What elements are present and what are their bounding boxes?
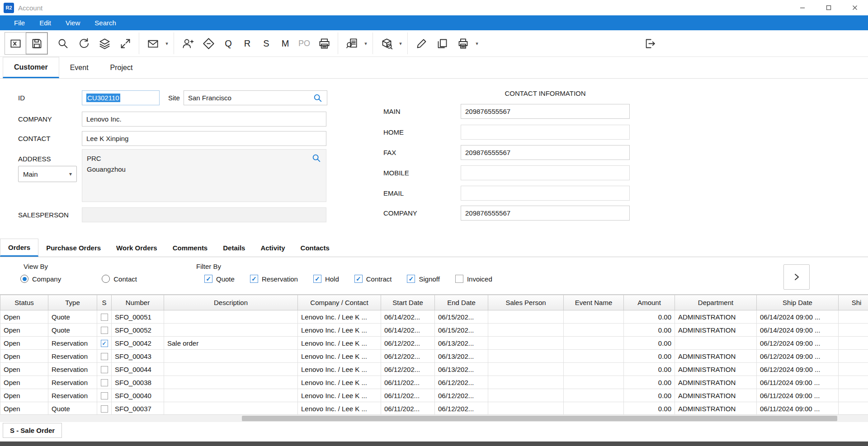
- tab-customer[interactable]: Customer: [3, 57, 59, 78]
- row-select-checkbox[interactable]: [101, 314, 108, 321]
- col-end-date[interactable]: End Date: [435, 295, 488, 310]
- edit-button[interactable]: [411, 33, 432, 54]
- col-sales-person[interactable]: Sales Person: [488, 295, 564, 310]
- address-type-select[interactable]: Main ▾: [18, 166, 77, 182]
- col-number[interactable]: Number: [112, 295, 164, 310]
- col-s[interactable]: S: [97, 295, 112, 310]
- table-row[interactable]: OpenReservationSFO_00043Lenovo Inc. / Le…: [0, 350, 868, 363]
- print-button[interactable]: [453, 33, 473, 54]
- copy-button[interactable]: [432, 33, 453, 54]
- filter-signoff-checkbox[interactable]: ✓Signoff: [407, 275, 439, 283]
- subtab-work-orders[interactable]: Work Orders: [108, 239, 165, 257]
- mobile-field[interactable]: [461, 165, 630, 180]
- maintenance-button[interactable]: M: [276, 33, 295, 54]
- quote-button[interactable]: Q: [219, 33, 238, 54]
- save-button[interactable]: [26, 33, 47, 54]
- site-search-icon[interactable]: [313, 93, 323, 103]
- main-phone-field[interactable]: 209876555567: [461, 104, 630, 119]
- cell-end-date: 06/12/202...: [435, 376, 488, 389]
- inventory-search-dropdown-caret[interactable]: ▾: [397, 33, 404, 54]
- search-button[interactable]: [52, 33, 73, 54]
- filter-reservation-checkbox[interactable]: ✓Reservation: [250, 275, 298, 283]
- layers-button[interactable]: [94, 33, 115, 54]
- salesperson-field[interactable]: [82, 207, 326, 222]
- add-contact-button[interactable]: [177, 33, 198, 54]
- contact-field[interactable]: Lee K Xinping: [82, 131, 326, 146]
- email-button[interactable]: [142, 33, 163, 54]
- row-select-checkbox[interactable]: [101, 405, 108, 413]
- fax-field[interactable]: 209876555567: [461, 145, 630, 160]
- col-type[interactable]: Type: [48, 295, 97, 310]
- col-ship-extra[interactable]: Shi: [839, 295, 868, 310]
- table-row[interactable]: OpenReservationSFO_00040Lenovo Inc. / Le…: [0, 389, 868, 402]
- col-status[interactable]: Status: [0, 295, 48, 310]
- company-phone-field[interactable]: 209876555567: [461, 206, 630, 221]
- cell-ship-date: 06/11/2024 09:00 ...: [757, 402, 839, 415]
- app-logo: R2: [4, 3, 14, 13]
- scrollbar-thumb[interactable]: [242, 416, 837, 421]
- col-ship-date[interactable]: Ship Date: [757, 295, 839, 310]
- print-dropdown-caret[interactable]: ▾: [473, 33, 481, 54]
- row-select-checkbox[interactable]: [101, 379, 108, 386]
- horizontal-scrollbar[interactable]: [0, 414, 868, 422]
- filter-invoiced-checkbox[interactable]: Invoiced: [455, 275, 492, 283]
- view-by-contact-radio[interactable]: Contact: [102, 275, 137, 283]
- close-button[interactable]: [842, 0, 868, 15]
- col-event-name[interactable]: Event Name: [564, 295, 624, 310]
- email-dropdown-caret[interactable]: ▾: [163, 33, 170, 54]
- minimize-button[interactable]: [789, 0, 816, 15]
- menu-edit[interactable]: Edit: [32, 15, 58, 30]
- sale-order-button[interactable]: S: [257, 33, 276, 54]
- table-row[interactable]: OpenReservationSFO_00038Lenovo Inc. / Le…: [0, 376, 868, 389]
- table-row[interactable]: OpenQuoteSFO_00037Lenovo Inc. / Lee K ..…: [0, 402, 868, 415]
- refresh-button[interactable]: [73, 33, 94, 54]
- menu-file[interactable]: File: [7, 15, 32, 30]
- company-field[interactable]: Lenovo Inc.: [82, 112, 326, 127]
- table-row[interactable]: OpenReservationSFO_00044Lenovo Inc. / Le…: [0, 363, 868, 376]
- home-phone-field[interactable]: [461, 125, 630, 140]
- menu-search[interactable]: Search: [87, 15, 123, 30]
- address-search-icon[interactable]: [311, 153, 321, 163]
- site-field[interactable]: San Francisco: [184, 90, 327, 105]
- col-company-contact[interactable]: Company / Contact: [298, 295, 381, 310]
- next-button[interactable]: [783, 264, 810, 290]
- row-select-checkbox[interactable]: [101, 366, 108, 373]
- filter-contract-checkbox[interactable]: ✓Contract: [354, 275, 392, 283]
- email-field[interactable]: [461, 186, 630, 201]
- view-by-company-radio[interactable]: Company: [20, 275, 61, 283]
- filter-quote-checkbox[interactable]: ✓Quote: [204, 275, 235, 283]
- tag-button[interactable]: [198, 33, 219, 54]
- subtab-contacts[interactable]: Contacts: [293, 239, 337, 257]
- col-department[interactable]: Department: [675, 295, 757, 310]
- maximize-button[interactable]: [816, 0, 842, 15]
- tab-event[interactable]: Event: [59, 57, 99, 78]
- tab-project[interactable]: Project: [99, 57, 144, 78]
- fax-button[interactable]: [314, 33, 335, 54]
- table-row[interactable]: OpenReservation✓SFO_00042Sale orderLenov…: [0, 337, 868, 350]
- table-row[interactable]: OpenQuoteSFO_00051Lenovo Inc. / Lee K ..…: [0, 310, 868, 324]
- subtab-activity[interactable]: Activity: [253, 239, 292, 257]
- id-field[interactable]: CU302110: [82, 90, 160, 105]
- row-select-checkbox[interactable]: [101, 392, 108, 399]
- subtab-purchase-orders[interactable]: Purchase Orders: [38, 239, 108, 257]
- col-start-date[interactable]: Start Date: [381, 295, 435, 310]
- document-search-dropdown-caret[interactable]: ▾: [362, 33, 369, 54]
- subtab-orders[interactable]: Orders: [0, 239, 38, 257]
- col-description[interactable]: Description: [164, 295, 298, 310]
- subtab-details[interactable]: Details: [215, 239, 253, 257]
- col-amount[interactable]: Amount: [624, 295, 675, 310]
- expand-button[interactable]: [115, 33, 136, 54]
- subtab-comments[interactable]: Comments: [165, 239, 216, 257]
- exit-button[interactable]: [639, 33, 660, 54]
- address-field[interactable]: PRC Gouangzhou: [82, 149, 326, 202]
- document-search-button[interactable]: [341, 33, 362, 54]
- filter-hold-checkbox[interactable]: ✓Hold: [313, 275, 339, 283]
- row-select-checkbox[interactable]: [101, 353, 108, 360]
- row-select-checkbox[interactable]: [101, 327, 108, 334]
- table-row[interactable]: OpenQuoteSFO_00052Lenovo Inc. / Lee K ..…: [0, 324, 868, 337]
- reservation-button[interactable]: R: [238, 33, 257, 54]
- delete-record-button[interactable]: [5, 33, 26, 54]
- menu-view[interactable]: View: [58, 15, 87, 30]
- row-select-checkbox[interactable]: ✓: [101, 340, 108, 347]
- inventory-search-button[interactable]: [376, 33, 397, 54]
